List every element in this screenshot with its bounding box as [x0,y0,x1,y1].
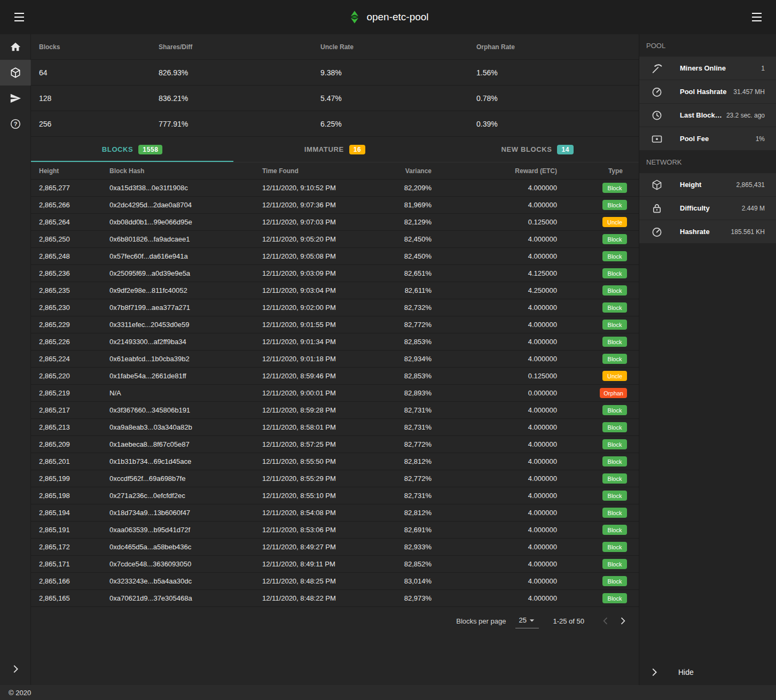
next-page-button[interactable] [614,612,631,629]
tab-new-blocks[interactable]: NEW BLOCKS 14 [436,137,639,162]
cell-type: Block [557,422,639,432]
cell-type: Block [557,473,639,484]
type-badge: Uncle [602,217,627,227]
cell-height: 2,865,277 [31,184,109,192]
stats-cell-orphan-rate: 1.56% [476,68,639,77]
cell-block-hash: 0x57fec60f...da616e941a [109,252,262,260]
chevron-right-icon [648,666,660,678]
cell-type: Block [557,542,639,552]
cell-height: 2,865,201 [31,457,109,465]
cell-type: Block [557,200,639,210]
cell-type: Block [557,576,639,586]
table-row: 2,865,171 0x7cdce548...3636093050 12/11/… [31,556,639,573]
cell-time-found: 12/11/2020, 9:07:36 PM [262,201,384,209]
table-row: 2,865,229 0x3311efec...20453d0e59 12/11/… [31,316,639,333]
cell-height: 2,865,219 [31,389,109,397]
pool-section-header: POOL [639,34,776,57]
stat-label: Miners Online [680,64,761,72]
app-root: open-etc-pool ? [0,0,776,700]
cell-type: Block [557,456,639,466]
cell-block-hash: 0x25095f69...a0d39e9e5a [109,269,262,277]
cell-time-found: 12/11/2020, 8:57:25 PM [262,440,384,448]
blocks-per-page-select[interactable]: 25 [515,614,539,628]
cell-height: 2,865,171 [31,560,109,568]
menu-button[interactable] [7,5,31,29]
cell-block-hash: 0xaa063539...b95d41d72f [109,526,262,534]
stat-label: Difficulty [680,204,742,212]
cell-block-hash: 0x3311efec...20453d0e59 [109,321,262,329]
menu-icon [752,13,762,21]
footer: © 2020 [0,685,776,700]
cell-type: Uncle [557,371,639,381]
cell-block-hash: 0x3233243e...b5a4aa30dc [109,577,262,585]
cell-variance: 82,732% [384,304,432,312]
stats-row: 128 836.21% 5.47% 0.78% [31,85,639,111]
nav-help[interactable]: ? [0,111,31,137]
gauge-icon [650,85,663,98]
caret-down-icon [527,615,537,626]
cell-height: 2,865,220 [31,372,109,380]
cell-block-hash: 0x21493300...af2ff9ba34 [109,338,262,346]
cell-height: 2,865,198 [31,492,109,500]
sidebar-collapse-button[interactable]: Hide [639,659,776,685]
table-row: 2,865,165 0xa70621d9...37e305468a 12/11/… [31,590,639,607]
tab-blocks[interactable]: BLOCKS 1558 [31,137,233,162]
svg-text:?: ? [14,121,18,127]
cell-type: Block [557,508,639,518]
stat-value: 1 [761,65,765,72]
payment-icon [650,133,663,145]
chevron-right-icon [10,663,21,675]
per-page-label: Blocks per page [456,617,506,625]
stat-value: 185.561 KH [731,228,765,236]
cell-reward: 4.000000 [432,304,557,312]
tab-count-badge: 1558 [138,145,162,154]
type-badge: Block [602,234,627,244]
table-row: 2,865,236 0x25095f69...a0d39e9e5a 12/11/… [31,265,639,282]
type-badge: Block [602,422,627,432]
cell-variance: 82,853% [384,338,432,346]
header-block-hash: Block Hash [109,167,262,175]
nav-payments[interactable] [0,85,31,111]
cell-variance: 82,772% [384,321,432,329]
cell-reward: 4.000000 [432,235,557,243]
etc-logo-icon [347,10,361,24]
cell-reward: 4.000000 [432,440,557,448]
cell-block-hash: 0xa70621d9...37e305468a [109,594,262,602]
cell-variance: 82,853% [384,372,432,380]
cube-icon [10,67,21,79]
cell-variance: 82,812% [384,457,432,465]
nav-home[interactable] [0,34,31,60]
cell-height: 2,865,191 [31,526,109,534]
blocks-table: Height Block Hash Time Found Variance Re… [31,162,639,607]
stats-cell-shares-diff: 826.93% [159,68,320,77]
tab-immature[interactable]: IMMATURE 16 [233,137,436,162]
stat-value: 23.2 sec. ago [726,112,765,119]
cell-time-found: 12/11/2020, 8:48:25 PM [262,577,384,585]
home-icon [10,41,21,53]
type-badge: Block [602,525,627,535]
cell-height: 2,865,213 [31,423,109,431]
stats-cell-uncle-rate: 9.38% [320,68,476,77]
tab-label: IMMATURE [304,145,344,153]
stat-value: 2,865,431 [736,181,765,189]
right-menu-button[interactable] [745,5,769,29]
cell-reward: 4.125000 [432,269,557,277]
stats-cell-orphan-rate: 0.39% [476,120,639,128]
luck-stats-table: Blocks Shares/Diff Uncle Rate Orphan Rat… [31,34,639,137]
stat-item: Hashrate 185.561 KH [639,220,776,244]
type-badge: Block [602,302,627,313]
table-row: 2,865,235 0x9df2e98e...811fc40052 12/11/… [31,282,639,299]
cell-reward: 4.000000 [432,321,557,329]
prev-page-button[interactable] [597,612,614,629]
table-row: 2,865,198 0x271a236c...0efcfdf2ec 12/11/… [31,487,639,504]
type-badge: Block [602,542,627,552]
cell-time-found: 12/11/2020, 9:03:09 PM [262,269,384,277]
left-nav-expand-button[interactable] [0,656,31,682]
stat-item: Height 2,865,431 [639,173,776,197]
type-badge: Block [602,491,627,501]
cell-variance: 82,731% [384,492,432,500]
cell-block-hash: 0xa9a8eab3...03a340a82b [109,423,262,431]
table-row: 2,865,224 0x61eabfcd...1b0cba39b2 12/11/… [31,351,639,368]
cell-time-found: 12/11/2020, 9:00:01 PM [262,389,384,397]
nav-blocks[interactable] [0,60,31,85]
